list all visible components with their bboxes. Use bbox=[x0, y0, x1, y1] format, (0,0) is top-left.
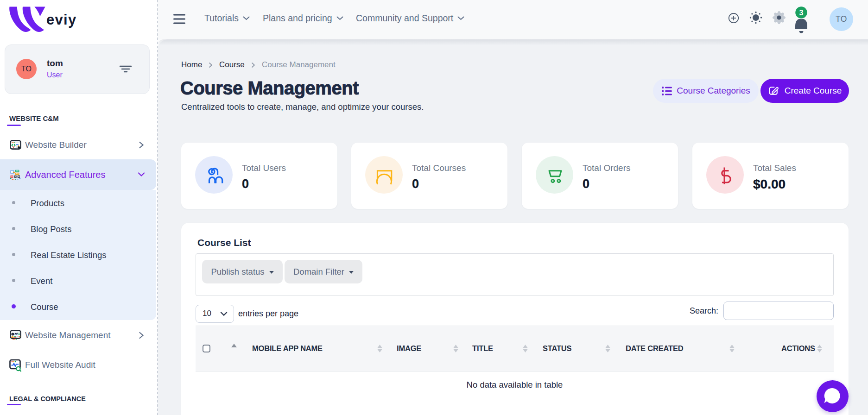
svg-text:3: 3 bbox=[799, 9, 804, 17]
svg-text:eviy: eviy bbox=[46, 12, 77, 28]
